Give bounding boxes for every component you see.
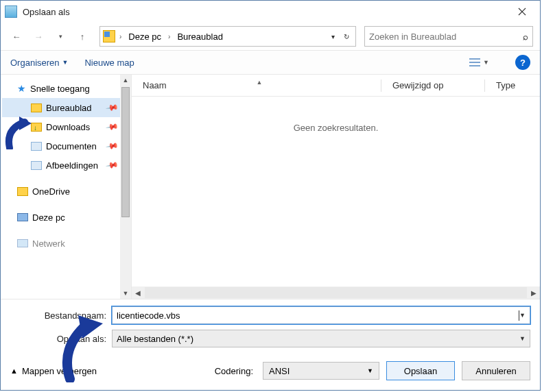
organize-menu[interactable]: Organiseren ▼ bbox=[10, 58, 68, 68]
dialog-footer: ▲ Mappen verbergen Codering: ANSI ▼ Opsl… bbox=[1, 356, 540, 390]
sidebar-item-desktop[interactable]: Bureaublad 📌 bbox=[2, 98, 131, 117]
scroll-right-icon[interactable]: ▶ bbox=[528, 289, 540, 297]
new-folder-button[interactable]: Nieuwe map bbox=[84, 58, 134, 68]
up-button[interactable]: ↑ bbox=[73, 27, 91, 45]
horizontal-scrollbar[interactable]: ◀ ▶ bbox=[132, 286, 540, 299]
list-view-icon bbox=[469, 58, 480, 66]
nav-row: ← → ▾ ↑ › Deze pc › Bureaublad ▾ ↻ ⌕ bbox=[1, 23, 540, 50]
breadcrumb-dropdown[interactable]: ▾ bbox=[327, 29, 339, 44]
network-icon bbox=[17, 239, 28, 247]
hide-folders-toggle[interactable]: ▲ Mappen verbergen bbox=[10, 366, 97, 376]
toolbar: Organiseren ▼ Nieuwe map ▼ ? bbox=[1, 50, 540, 75]
documents-icon bbox=[31, 142, 42, 151]
sidebar-item-label: Snelle toegang bbox=[30, 84, 90, 94]
filename-field[interactable]: ▼ bbox=[112, 306, 530, 324]
sidebar-item-documents[interactable]: Documenten 📌 bbox=[2, 136, 131, 156]
saveas-value: Alle bestanden (*.*) bbox=[117, 334, 193, 344]
view-options-button[interactable]: ▼ bbox=[467, 57, 492, 68]
dialog-title: Opslaan als bbox=[23, 7, 508, 17]
column-headers: ▲ Naam Gewijzigd op Type bbox=[132, 75, 540, 97]
sidebar-item-label: Deze pc bbox=[32, 212, 65, 223]
breadcrumb-root[interactable]: Deze pc bbox=[126, 30, 164, 43]
sidebar-item-onedrive[interactable]: OneDrive bbox=[2, 182, 131, 201]
column-type[interactable]: Type bbox=[485, 80, 540, 90]
encoding-value: ANSI bbox=[269, 366, 290, 376]
file-list-area: ▲ Naam Gewijzigd op Type Geen zoekresult… bbox=[131, 75, 540, 299]
sidebar-item-this-pc[interactable]: Deze pc bbox=[2, 208, 131, 227]
sidebar-item-label: Afbeeldingen bbox=[46, 160, 98, 171]
pin-icon: 📌 bbox=[105, 101, 119, 114]
saveas-label: Opslaan als: bbox=[10, 334, 106, 344]
folder-icon bbox=[17, 187, 28, 196]
save-button[interactable]: Opslaan bbox=[386, 361, 455, 380]
chevron-down-icon[interactable]: ▼ bbox=[519, 335, 526, 342]
pc-icon bbox=[17, 213, 28, 221]
encoding-combo[interactable]: ANSI ▼ bbox=[263, 362, 379, 380]
sidebar-item-label: Downloads bbox=[46, 122, 90, 132]
help-button[interactable]: ? bbox=[515, 55, 530, 70]
sidebar-item-label: Bureaublad bbox=[46, 103, 92, 113]
encoding-label: Codering: bbox=[215, 366, 253, 376]
scroll-thumb[interactable] bbox=[121, 87, 130, 217]
save-form: Bestandsnaam: ▼ Opslaan als: Alle bestan… bbox=[1, 299, 540, 356]
empty-state-message: Geen zoekresultaten. bbox=[132, 97, 540, 286]
chevron-up-icon: ▲ bbox=[10, 367, 18, 375]
filename-label: Bestandsnaam: bbox=[10, 310, 106, 321]
sort-asc-icon: ▲ bbox=[257, 79, 263, 86]
close-button[interactable] bbox=[508, 2, 536, 21]
scroll-left-icon[interactable]: ◀ bbox=[132, 289, 144, 297]
sidebar-item-label: Documenten bbox=[46, 141, 97, 151]
pin-icon: 📌 bbox=[105, 139, 119, 153]
recent-dropdown[interactable]: ▾ bbox=[51, 27, 69, 45]
sidebar-item-quick-access[interactable]: ★ Snelle toegang bbox=[2, 79, 131, 98]
sidebar-item-label: OneDrive bbox=[32, 186, 70, 197]
app-icon bbox=[5, 5, 17, 18]
titlebar: Opslaan als bbox=[1, 1, 540, 23]
location-icon bbox=[103, 30, 115, 42]
saveas-type-combo[interactable]: Alle bestanden (*.*) ▼ bbox=[112, 330, 530, 347]
cancel-button[interactable]: Annuleren bbox=[462, 361, 530, 380]
chevron-right-icon: › bbox=[119, 33, 121, 40]
folder-icon bbox=[31, 103, 42, 112]
pin-icon: 📌 bbox=[105, 120, 119, 134]
search-box[interactable]: ⌕ bbox=[364, 26, 533, 47]
chevron-down-icon: ▼ bbox=[483, 59, 489, 66]
scroll-down-icon[interactable]: ▼ bbox=[120, 288, 131, 299]
sidebar-item-pictures[interactable]: Afbeeldingen 📌 bbox=[2, 156, 131, 175]
column-label: Naam bbox=[143, 80, 167, 90]
filename-input[interactable] bbox=[117, 310, 519, 321]
hide-folders-label: Mappen verbergen bbox=[22, 366, 97, 376]
breadcrumb-current[interactable]: Bureaublad bbox=[174, 30, 226, 43]
search-input[interactable] bbox=[369, 32, 523, 42]
chevron-down-icon: ▼ bbox=[367, 367, 373, 374]
downloads-icon bbox=[31, 123, 42, 132]
sidebar-scrollbar[interactable]: ▲ ▼ bbox=[120, 75, 131, 299]
sidebar: ★ Snelle toegang Bureaublad 📌 Downloads … bbox=[1, 75, 131, 299]
pictures-icon bbox=[31, 161, 42, 170]
column-name[interactable]: ▲ Naam bbox=[132, 80, 381, 90]
close-icon bbox=[518, 8, 526, 16]
sidebar-item-downloads[interactable]: Downloads 📌 bbox=[2, 117, 131, 136]
chevron-down-icon[interactable]: ▼ bbox=[519, 312, 526, 319]
column-modified[interactable]: Gewijzigd op bbox=[381, 80, 484, 90]
back-button[interactable]: ← bbox=[8, 27, 25, 45]
dialog-body: ★ Snelle toegang Bureaublad 📌 Downloads … bbox=[1, 75, 540, 299]
chevron-down-icon: ▼ bbox=[62, 59, 69, 66]
pin-icon: 📌 bbox=[105, 158, 119, 172]
save-as-dialog: Opslaan als ← → ▾ ↑ › Deze pc › Bureaubl… bbox=[0, 0, 541, 391]
refresh-button[interactable]: ↻ bbox=[340, 29, 353, 44]
star-icon: ★ bbox=[17, 83, 26, 94]
chevron-right-icon: › bbox=[168, 33, 170, 40]
scroll-track[interactable] bbox=[145, 287, 527, 298]
scroll-up-icon[interactable]: ▲ bbox=[120, 75, 131, 86]
forward-button[interactable]: → bbox=[30, 27, 47, 45]
breadcrumb[interactable]: › Deze pc › Bureaublad ▾ ↻ bbox=[99, 26, 356, 47]
new-folder-label: Nieuwe map bbox=[84, 58, 134, 68]
sidebar-item-network[interactable]: Netwerk bbox=[2, 234, 131, 253]
sidebar-item-label: Netwerk bbox=[32, 238, 65, 249]
organize-label: Organiseren bbox=[10, 58, 60, 68]
search-icon[interactable]: ⌕ bbox=[523, 32, 528, 42]
